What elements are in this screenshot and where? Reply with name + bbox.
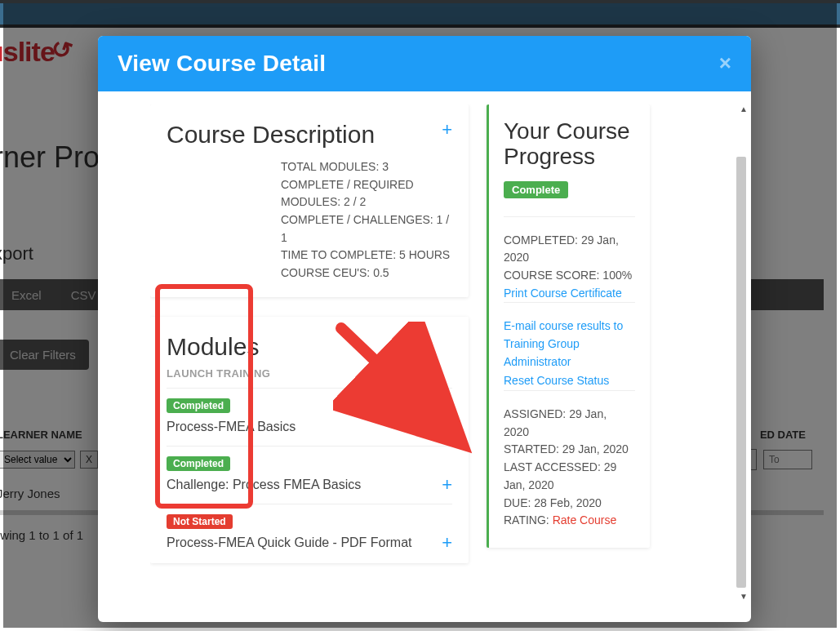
modal-body: ▲ ▼ Course Description + TOTAL MODULES: … <box>98 91 751 622</box>
progress-due: DUE: 28 Feb, 2020 <box>504 495 635 513</box>
stat-challenges: COMPLETE / CHALLENGES: 1 / 1 <box>281 211 452 247</box>
stat-ceu: COURSE CEU'S: 0.5 <box>281 264 452 282</box>
progress-title: Your Course Progress <box>504 119 635 170</box>
course-description-stats: TOTAL MODULES: 3 COMPLETE / REQUIRED MOD… <box>167 158 452 282</box>
course-detail-modal: View Course Detail × ▲ ▼ Course Descript… <box>98 36 751 622</box>
module-item: Completed Process-FMEA Basics + <box>167 388 452 446</box>
modal-title: View Course Detail <box>118 51 326 77</box>
stat-total-modules: TOTAL MODULES: 3 <box>281 158 452 176</box>
modal-header: View Course Detail × <box>98 36 751 91</box>
expand-description-icon[interactable]: + <box>442 121 452 139</box>
module-item: Completed Challenge: Process FMEA Basics… <box>167 446 452 504</box>
progress-last-accessed: LAST ACCESSED: 29 Jan, 2020 <box>504 459 635 494</box>
email-results-link[interactable]: E-mail course results to Training Group … <box>504 318 635 371</box>
modules-title: Modules <box>167 333 452 361</box>
status-badge: Completed <box>167 398 230 413</box>
expand-module-icon[interactable]: + <box>442 534 452 552</box>
progress-assigned: ASSIGNED: 29 Jan, 2020 <box>504 406 635 441</box>
status-badge: Completed <box>167 456 230 471</box>
modules-card: Modules LAUNCH TRAINING Completed Proces… <box>150 317 469 563</box>
module-item: Not Started Process-FMEA Quick Guide - P… <box>167 504 452 555</box>
scrollbar[interactable] <box>736 157 746 588</box>
stat-time: TIME TO COMPLETE: 5 HOURS <box>281 247 452 264</box>
modules-subhead: LAUNCH TRAINING <box>167 367 452 380</box>
stat-required-modules: COMPLETE / REQUIRED MODULES: 2 / 2 <box>281 176 452 211</box>
progress-status-badge: Complete <box>504 181 568 198</box>
module-title[interactable]: Challenge: Process FMEA Basics <box>167 478 361 492</box>
status-badge: Not Started <box>167 514 233 529</box>
progress-section-actions: E-mail course results to Training Group … <box>504 302 635 390</box>
progress-score: COURSE SCORE: 100% <box>504 267 635 285</box>
module-title[interactable]: Process-FMEA Quick Guide - PDF Format <box>167 535 412 550</box>
course-progress-card: Your Course Progress Complete COMPLETED:… <box>487 104 650 548</box>
progress-rating: RATING: Rate Course <box>504 512 635 530</box>
expand-module-icon[interactable]: + <box>442 476 452 494</box>
progress-started: STARTED: 29 Jan, 2020 <box>504 441 635 459</box>
course-description-card: Course Description + TOTAL MODULES: 3 CO… <box>150 104 469 297</box>
rate-course-link[interactable]: Rate Course <box>553 513 617 527</box>
scroll-up-icon[interactable]: ▲ <box>740 104 748 113</box>
close-icon[interactable]: × <box>719 57 731 70</box>
progress-section-dates: ASSIGNED: 29 Jan, 2020 STARTED: 29 Jan, … <box>504 390 635 530</box>
module-title[interactable]: Process-FMEA Basics <box>167 420 296 434</box>
scroll-down-icon[interactable]: ▼ <box>740 592 748 601</box>
print-certificate-link[interactable]: Print Course Certificate <box>504 287 622 300</box>
reset-status-link[interactable]: Reset Course Status <box>504 372 635 390</box>
course-description-title: Course Description <box>167 121 375 149</box>
expand-module-icon[interactable]: + <box>442 418 452 436</box>
progress-completed: COMPLETED: 29 Jan, 2020 <box>504 232 635 267</box>
progress-section-completion: COMPLETED: 29 Jan, 2020 COURSE SCORE: 10… <box>504 216 635 303</box>
